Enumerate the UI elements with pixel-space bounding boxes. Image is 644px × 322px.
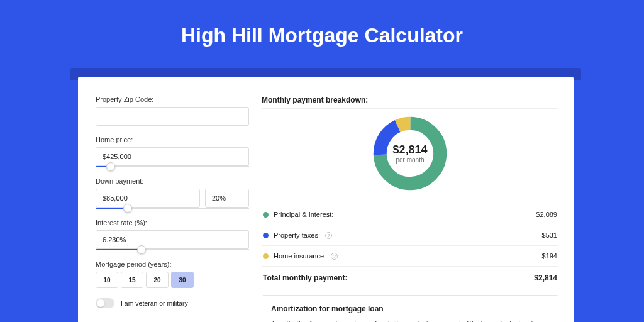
legend-taxes-label: Property taxes: <box>274 231 320 239</box>
calculator-card: Property Zip Code: Home price: Down paym… <box>78 77 574 322</box>
legend-taxes: Property taxes:? $531 <box>262 225 558 246</box>
legend-insurance: Home insurance:? $194 <box>262 246 558 267</box>
period-30[interactable]: 30 <box>171 272 194 288</box>
interest-rate-label: Interest rate (%): <box>96 219 249 226</box>
legend-principal-value: $2,089 <box>536 211 557 218</box>
interest-rate-input[interactable] <box>96 230 249 249</box>
dot-yellow <box>263 253 269 259</box>
down-payment-input[interactable] <box>96 189 200 208</box>
amortization-text: Amortization for a mortgage loan refers … <box>271 319 549 322</box>
legend-principal-label: Principal & Interest: <box>274 211 333 218</box>
zip-label: Property Zip Code: <box>96 96 249 103</box>
legend-insurance-value: $194 <box>542 252 557 260</box>
breakdown-panel: Monthly payment breakdown: $2,814 per mo… <box>262 96 558 322</box>
divider <box>262 108 558 109</box>
legend-taxes-value: $531 <box>542 231 557 239</box>
interest-rate-slider[interactable] <box>96 249 249 250</box>
dot-blue <box>263 233 269 238</box>
form-panel: Property Zip Code: Home price: Down paym… <box>96 96 249 322</box>
info-icon[interactable]: ? <box>331 253 338 260</box>
total-row: Total monthly payment: $2,814 <box>262 267 558 292</box>
donut-value: $2,814 <box>392 143 427 157</box>
veteran-toggle[interactable] <box>96 298 114 308</box>
down-payment-slider[interactable] <box>96 208 249 209</box>
home-price-slider[interactable] <box>96 166 249 167</box>
home-price-input[interactable] <box>96 147 249 166</box>
legend-principal: Principal & Interest: $2,089 <box>262 204 558 225</box>
period-15[interactable]: 15 <box>121 272 143 288</box>
down-payment-pct-input[interactable] <box>205 189 249 208</box>
home-price-label: Home price: <box>96 136 249 143</box>
period-10[interactable]: 10 <box>96 272 118 288</box>
info-icon[interactable]: ? <box>325 232 332 239</box>
dot-green <box>263 212 269 218</box>
mortgage-period-label: Mortgage period (years): <box>96 260 249 268</box>
zip-input[interactable] <box>96 107 249 126</box>
mortgage-period-group: 10 15 20 30 <box>96 272 249 288</box>
amortization-box: Amortization for mortgage loan Amortizat… <box>262 295 558 322</box>
page-title: High Hill Mortgage Calculator <box>0 24 644 47</box>
legend-insurance-label: Home insurance: <box>274 252 326 260</box>
amortization-title: Amortization for mortgage loan <box>271 304 549 313</box>
down-payment-label: Down payment: <box>96 177 249 185</box>
donut-sub: per month <box>396 157 424 164</box>
veteran-label: I am veteran or military <box>121 299 188 307</box>
donut-chart: $2,814 per month <box>370 114 450 193</box>
total-value: $2,814 <box>534 274 557 282</box>
breakdown-title: Monthly payment breakdown: <box>262 96 558 104</box>
period-20[interactable]: 20 <box>146 272 169 288</box>
total-label: Total monthly payment: <box>263 274 347 282</box>
